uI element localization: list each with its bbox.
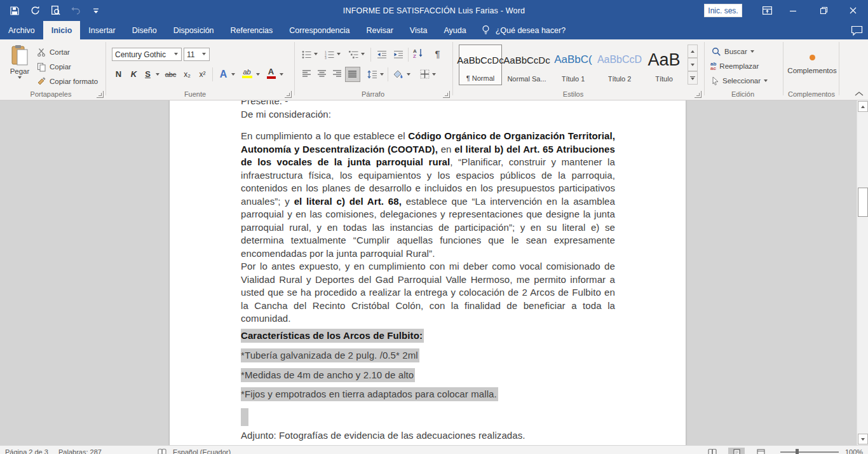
align-center-button[interactable] xyxy=(315,67,329,81)
web-layout-button[interactable] xyxy=(752,448,769,454)
tab-vista[interactable]: Vista xyxy=(402,21,436,39)
justify-button[interactable] xyxy=(345,67,360,82)
styles-dialog-launcher[interactable] xyxy=(695,91,702,98)
tell-me-box[interactable]: ¿Qué desea hacer? xyxy=(475,21,566,39)
scroll-down-button[interactable] xyxy=(858,434,868,444)
paragraph[interactable]: De mi consideración: xyxy=(241,108,615,121)
collapse-ribbon-icon[interactable] xyxy=(854,90,864,98)
addins-button[interactable]: Complementos xyxy=(785,45,839,84)
clipboard-dialog-launcher[interactable] xyxy=(97,91,104,98)
page-indicator[interactable]: Página 2 de 3 xyxy=(5,448,48,454)
paragraph[interactable]: Adjunto: Fotografías de evidencia de las… xyxy=(241,429,615,443)
sort-button[interactable]: AZ xyxy=(412,46,425,60)
tab-inicio[interactable]: Inicio xyxy=(43,21,81,39)
text-effects-button[interactable]: A xyxy=(217,67,230,81)
comments-icon[interactable] xyxy=(851,25,863,36)
style-titulo[interactable]: AaB Título xyxy=(642,45,686,85)
scroll-up-button[interactable] xyxy=(858,101,868,112)
tab-referencias[interactable]: Referencias xyxy=(222,21,281,39)
underline-chevron-icon[interactable] xyxy=(156,73,160,76)
replace-button[interactable]: ab ac Reemplazar xyxy=(710,60,759,72)
zoom-level[interactable]: 100% xyxy=(845,448,863,454)
minimize-button[interactable] xyxy=(782,0,804,21)
vertical-scrollbar[interactable] xyxy=(857,100,868,445)
zoom-slider-thumb[interactable] xyxy=(796,449,799,454)
italic-button[interactable]: K xyxy=(127,67,140,81)
bullets-chevron-icon[interactable] xyxy=(314,53,318,56)
highlight-chevron-icon[interactable] xyxy=(256,73,261,76)
align-right-button[interactable] xyxy=(330,67,344,81)
highlight-button[interactable]: ab xyxy=(240,66,254,79)
ribbon-display-options-button[interactable] xyxy=(756,0,778,21)
document-area[interactable]: Presente. -De mi consideración:En cumpli… xyxy=(0,100,857,445)
tab-revisar[interactable]: Revisar xyxy=(358,21,401,39)
paragraph[interactable]: En cumplimiento a lo que establece el Có… xyxy=(241,130,615,260)
styles-gallery-more-button[interactable] xyxy=(688,71,698,85)
format-painter-button[interactable]: Copiar formato xyxy=(37,75,98,88)
paste-button[interactable]: Pegar xyxy=(6,45,33,86)
paragraph[interactable]: Características de los Arcos de Fulbito: xyxy=(241,329,615,343)
zoom-slider[interactable] xyxy=(780,451,839,453)
decrease-indent-button[interactable] xyxy=(375,48,388,61)
tab-insertar[interactable]: Insertar xyxy=(80,21,123,39)
styles-gallery-up-button[interactable] xyxy=(688,45,698,58)
style-titulo-1[interactable]: AaBbC( Título 1 xyxy=(552,45,595,85)
word-count[interactable]: Palabras: 287 xyxy=(58,448,102,454)
borders-button[interactable] xyxy=(418,67,431,81)
styles-gallery-down-button[interactable] xyxy=(688,58,698,71)
select-button[interactable]: Seleccionar xyxy=(712,74,768,87)
pilcrow-button[interactable]: ¶ xyxy=(431,47,444,60)
style-normal[interactable]: AaBbCcDc ¶ Normal xyxy=(459,45,502,85)
borders-chevron-icon[interactable] xyxy=(432,73,437,76)
tab-correspondencia[interactable]: Correspondencia xyxy=(281,21,358,39)
copy-button[interactable]: Copiar xyxy=(37,60,71,73)
proofing-icon[interactable] xyxy=(158,448,166,454)
superscript-button[interactable]: x² xyxy=(196,67,209,81)
tab-archivo[interactable]: Archivo xyxy=(0,21,43,39)
paragraph[interactable]: *Medidas de 4m de ancho y 2.10 de alto xyxy=(241,369,615,382)
paragraph[interactable]: *Tubería galvanizada de 2 pulg. /0.5* 2m… xyxy=(241,349,615,362)
font-color-chevron-icon[interactable] xyxy=(280,73,284,76)
bullets-button[interactable] xyxy=(300,48,313,61)
line-spacing-button[interactable] xyxy=(365,67,379,81)
subscript-button[interactable]: x₂ xyxy=(180,67,194,81)
tab-ayuda[interactable]: Ayuda xyxy=(435,21,474,39)
increase-indent-button[interactable] xyxy=(391,48,405,61)
empty-selected-paragraph[interactable] xyxy=(241,408,248,426)
shading-chevron-icon[interactable] xyxy=(407,73,411,76)
font-size-combo[interactable]: 11 xyxy=(184,48,210,61)
paragraph[interactable]: Presente. - xyxy=(241,100,615,108)
styles-group-label: Estilos xyxy=(537,90,609,99)
font-family-combo[interactable]: Century Gothic xyxy=(112,48,182,61)
multilevel-list-button[interactable] xyxy=(347,48,360,61)
paragraph[interactable]: *Fijos y empotrados en tierra adaptados … xyxy=(241,388,615,401)
font-color-button[interactable]: A xyxy=(264,66,278,79)
language-indicator[interactable]: Español (Ecuador) xyxy=(173,448,231,454)
tab-disposicion[interactable]: Disposición xyxy=(165,21,222,39)
find-button[interactable]: Buscar xyxy=(712,45,755,58)
bold-button[interactable]: N xyxy=(112,67,125,81)
paragraph[interactable]: Por lo antes expuesto, y en cumplimiento… xyxy=(241,260,615,326)
restore-button[interactable] xyxy=(813,0,834,21)
shading-button[interactable] xyxy=(391,67,405,81)
scrollbar-thumb[interactable] xyxy=(858,188,868,217)
style-normal-sa[interactable]: AaBbCcDc Normal Sa... xyxy=(505,45,548,85)
align-left-button[interactable] xyxy=(300,67,313,81)
style-titulo-2[interactable]: AaBbCcD Título 2 xyxy=(598,45,641,85)
sign-in-button[interactable]: Inic. ses. xyxy=(704,4,742,17)
tab-diseno[interactable]: Diseño xyxy=(124,21,165,39)
underline-button[interactable]: S xyxy=(141,67,154,81)
print-layout-button[interactable] xyxy=(728,448,745,454)
read-mode-button[interactable] xyxy=(704,448,721,454)
text-effects-chevron-icon[interactable] xyxy=(231,73,236,76)
close-button[interactable] xyxy=(842,0,864,21)
multilevel-chevron-icon[interactable] xyxy=(361,53,365,56)
paragraph-dialog-launcher[interactable] xyxy=(443,91,450,98)
cut-button[interactable]: Cortar xyxy=(37,46,70,58)
font-dialog-launcher[interactable] xyxy=(285,91,292,98)
line-spacing-chevron-icon[interactable] xyxy=(380,73,384,76)
numbering-chevron-icon[interactable] xyxy=(337,53,341,56)
document-text[interactable]: Presente. -De mi consideración:En cumpli… xyxy=(241,100,615,442)
strikethrough-button[interactable]: abc xyxy=(164,67,177,81)
numbering-button[interactable]: 123 xyxy=(323,48,336,61)
